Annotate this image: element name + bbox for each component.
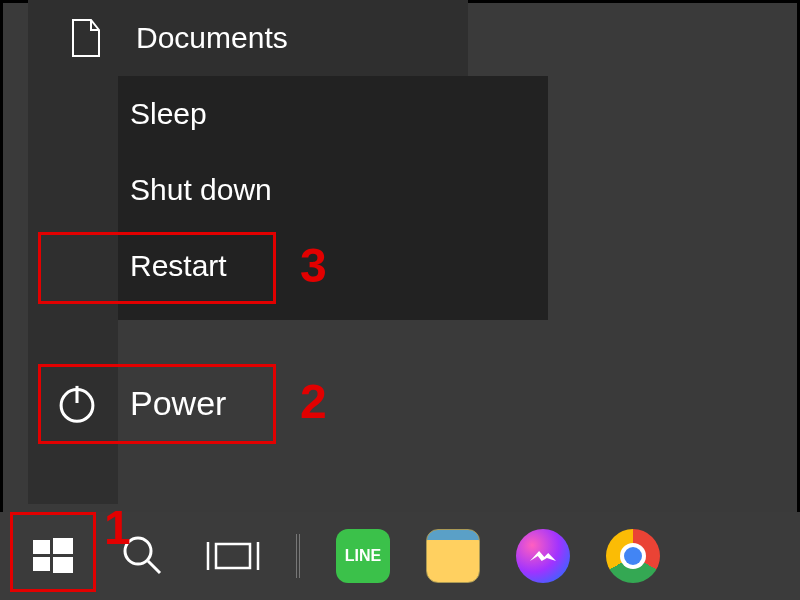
sleep-label: Sleep (130, 97, 207, 131)
annotation-box-2 (38, 364, 276, 444)
documents-label: Documents (136, 21, 288, 55)
shutdown-label: Shut down (130, 173, 272, 207)
messenger-icon (516, 529, 570, 583)
taskbar-app-messenger[interactable] (500, 516, 586, 596)
annotation-number-1: 1 (104, 500, 131, 555)
document-icon (66, 18, 106, 58)
chrome-icon (606, 529, 660, 583)
taskbar-separator (296, 534, 300, 578)
annotation-number-2: 2 (300, 374, 327, 429)
task-view-icon (206, 536, 260, 576)
task-view-button[interactable] (190, 516, 276, 596)
sidebar-item-documents[interactable]: Documents (28, 0, 468, 76)
taskbar-app-line[interactable]: LINE (320, 516, 406, 596)
annotation-box-1 (10, 512, 96, 592)
svg-line-9 (148, 561, 160, 573)
annotation-box-3 (38, 232, 276, 304)
annotation-number-3: 3 (300, 238, 327, 293)
svg-rect-10 (216, 544, 250, 568)
line-app-icon: LINE (336, 529, 390, 583)
taskbar-app-explorer[interactable] (410, 516, 496, 596)
start-menu-strip: Documents (28, 0, 468, 76)
taskbar-app-chrome[interactable] (590, 516, 676, 596)
file-explorer-icon (426, 529, 480, 583)
